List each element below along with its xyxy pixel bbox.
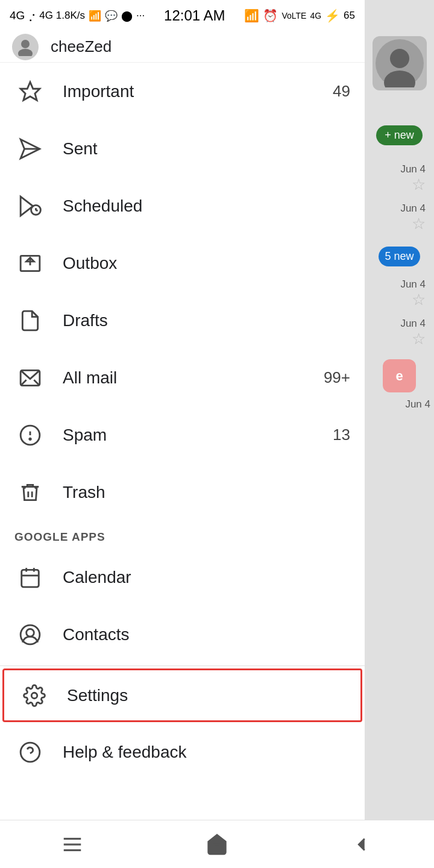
- svg-line-21: [25, 486, 26, 488]
- account-name: cheeZed: [51, 37, 112, 56]
- status-left: 4G ⡐ 4G 1.8K/s 📶 💬 ⬤ ···: [10, 9, 145, 22]
- volte-icon: VoLTE: [281, 11, 306, 20]
- right-date-4: Jun 4: [370, 318, 426, 330]
- important-count: 49: [333, 82, 350, 101]
- menu-item-important[interactable]: Important 49: [0, 63, 365, 120]
- status-right: 📶 ⏰ VoLTE 4G ⚡ 65: [244, 8, 355, 23]
- drafts-label: Drafts: [63, 311, 350, 330]
- circle-icon: ⬤: [121, 10, 133, 22]
- important-icon: [14, 76, 46, 107]
- svg-rect-34: [64, 849, 81, 851]
- nav-back-button[interactable]: [344, 826, 380, 863]
- svg-rect-23: [22, 570, 39, 587]
- nav-home-button[interactable]: [199, 826, 235, 863]
- menu-item-sent[interactable]: Sent: [0, 120, 365, 177]
- settings-label: Settings: [67, 686, 346, 705]
- scheduled-icon: [14, 190, 46, 222]
- calendar-icon: [14, 562, 46, 593]
- menu-item-help[interactable]: Help & feedback: [0, 723, 365, 781]
- right-date-2: Jun 4: [370, 203, 426, 215]
- wifi-icon: 📶: [89, 10, 101, 22]
- svg-point-1: [390, 49, 409, 68]
- menu-item-outbox[interactable]: Outbox: [0, 234, 365, 292]
- svg-rect-33: [64, 843, 81, 845]
- svg-point-28: [27, 629, 34, 637]
- right-star-2: ☆: [370, 215, 426, 233]
- contacts-icon: [14, 619, 46, 650]
- trash-label: Trash: [63, 483, 350, 502]
- spam-label: Spam: [63, 426, 333, 445]
- svg-point-30: [20, 743, 40, 762]
- whatsapp-icon: 💬: [105, 10, 118, 22]
- right-date-1: Jun 4: [370, 163, 426, 175]
- drafts-icon: [14, 305, 46, 336]
- outbox-label: Outbox: [63, 254, 350, 273]
- right-star-1: ☆: [370, 175, 426, 194]
- right-date-3: Jun 4: [370, 278, 426, 291]
- green-new-badge[interactable]: + new: [376, 125, 423, 145]
- menu-item-spam[interactable]: Spam 13: [0, 406, 365, 464]
- signal-bars: ⡐: [28, 10, 36, 22]
- svg-point-3: [21, 40, 30, 48]
- menu-item-trash[interactable]: Trash: [0, 464, 365, 521]
- right-date-5: Jun 4: [365, 398, 430, 410]
- scheduled-label: Scheduled: [63, 197, 350, 216]
- menu-item-allmail[interactable]: All mail 99+: [0, 349, 365, 406]
- calendar-label: Calendar: [63, 568, 350, 587]
- status-time: 12:01 AM: [164, 7, 225, 24]
- outbox-icon: [14, 248, 46, 279]
- settings-icon: [19, 680, 50, 711]
- alarm-icon: ⏰: [263, 8, 278, 23]
- nav-menu-button[interactable]: [54, 826, 90, 863]
- menu-item-settings[interactable]: Settings: [2, 668, 362, 722]
- blue-new-badge[interactable]: 5 new: [379, 247, 420, 266]
- network-speed: 4G 1.8K/s: [39, 10, 85, 22]
- allmail-count: 99+: [324, 368, 350, 387]
- contacts-label: Contacts: [63, 625, 350, 644]
- menu-item-contacts[interactable]: Contacts: [0, 606, 365, 663]
- bluetooth-icon: 📶: [244, 8, 259, 23]
- sent-icon: [14, 133, 46, 165]
- dots-icon: ···: [136, 10, 145, 22]
- right-panel: + new Jun 4 ☆ Jun 4 ☆ 5 new Jun 4 ☆ Jun …: [365, 0, 434, 868]
- profile-avatar: [376, 39, 424, 87]
- charging-icon: ⚡: [325, 8, 340, 23]
- menu-item-drafts[interactable]: Drafts: [0, 292, 365, 349]
- help-icon: [14, 737, 46, 768]
- important-label: Important: [63, 82, 333, 101]
- spam-count: 13: [333, 426, 350, 444]
- divider-before-settings: [0, 665, 365, 666]
- google-apps-header: GOOGLE APPS: [0, 521, 365, 549]
- signal-icon: 4G: [10, 9, 25, 22]
- sent-label: Sent: [63, 139, 350, 159]
- svg-marker-5: [20, 82, 40, 100]
- allmail-label: All mail: [63, 368, 324, 388]
- svg-point-29: [31, 693, 37, 699]
- bottom-nav: [0, 820, 434, 868]
- account-icon: [12, 34, 39, 60]
- help-label: Help & feedback: [63, 743, 350, 762]
- status-bar: 4G ⡐ 4G 1.8K/s 📶 💬 ⬤ ··· 12:01 AM 📶 ⏰ Vo…: [0, 0, 365, 31]
- drawer-panel: 4G ⡐ 4G 1.8K/s 📶 💬 ⬤ ··· 12:01 AM 📶 ⏰ Vo…: [0, 0, 365, 868]
- right-star-4: ☆: [370, 330, 426, 348]
- svg-point-4: [18, 49, 33, 56]
- svg-line-22: [35, 486, 36, 488]
- right-star-3: ☆: [370, 291, 426, 309]
- svg-point-20: [30, 438, 31, 440]
- menu-item-calendar[interactable]: Calendar: [0, 549, 365, 606]
- menu-item-scheduled[interactable]: Scheduled: [0, 177, 365, 234]
- battery-level: 65: [344, 10, 355, 22]
- spam-icon: [14, 420, 46, 451]
- trash-icon: [14, 477, 46, 508]
- bottom-right-avatar: e: [383, 359, 416, 392]
- 4g-lte-icon: 4G: [310, 11, 321, 20]
- svg-rect-32: [64, 837, 81, 839]
- account-row[interactable]: cheeZed: [0, 31, 365, 63]
- allmail-icon: [14, 362, 46, 394]
